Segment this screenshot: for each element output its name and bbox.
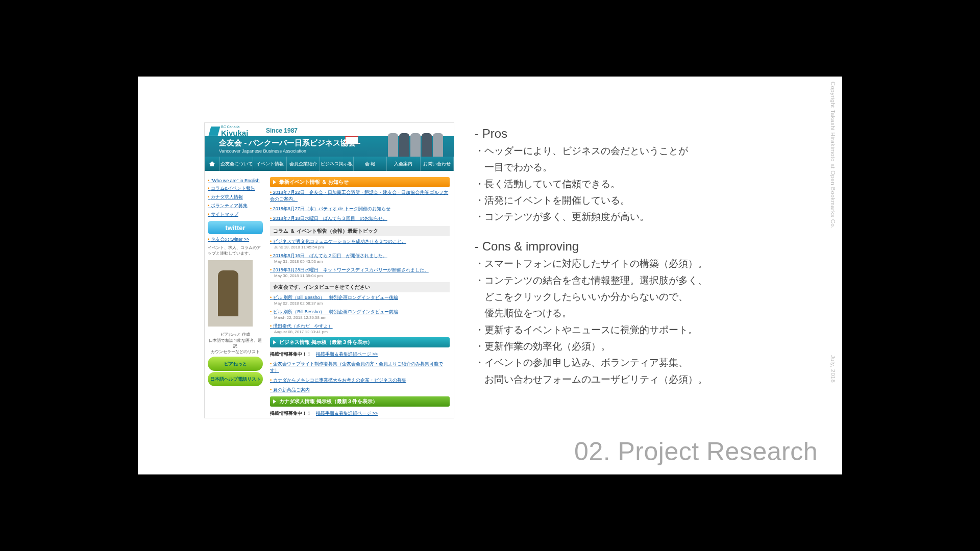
peer-desc: ピアねっと 作成 日本語で相談可能な医者、通訳 カウンセラーなどのリスト bbox=[208, 332, 263, 355]
list-item: 優先順位をつける。 bbox=[475, 305, 817, 321]
list-item: ・長く活動していて信頼できる。 bbox=[475, 176, 817, 192]
list-item: ・更新作業の効率化（必須）。 bbox=[475, 338, 817, 355]
nav-item[interactable]: イベント情報 bbox=[253, 157, 286, 171]
peer-button-2[interactable]: 日本語ヘルプ電話リスト bbox=[208, 372, 263, 386]
sidebar-link[interactable]: カナダ求人情報 bbox=[208, 194, 263, 201]
list-item: 一目でわかる。 bbox=[475, 159, 817, 176]
biz-header-bar: ビジネス情報 掲示板（最新３件を表示） bbox=[270, 337, 450, 347]
twitter-desc: イベント、求人、コラムのアップと連動しています。 bbox=[208, 245, 263, 256]
interview-date: August 08, 2017 12:33:41 pm bbox=[274, 330, 450, 334]
twitter-badge[interactable]: twitter bbox=[208, 221, 263, 234]
analysis-block: - Pros ・ヘッダーにより、ビジネスの会だということが 一目でわかる。 ・長… bbox=[475, 127, 817, 388]
list-item: ・コンテンツが多く、更新頻度が高い。 bbox=[475, 209, 817, 225]
logo-text: Kiyukai bbox=[221, 129, 248, 137]
list-item: ・スマートフォンに対応したサイトの構築（必須）。 bbox=[475, 256, 817, 272]
site-subtitle: Vancouver Japanese Business Association bbox=[219, 148, 306, 154]
interview-link[interactable]: ビル 別所（Bill Bessho） 特別企画ロングインタビュー後編 bbox=[270, 295, 398, 300]
website-screenshot: BC Canada Kiyukai Since 1987 企友会 - バンクーバ… bbox=[204, 122, 454, 418]
column-date: May 31, 2018 05:43:53 am bbox=[274, 259, 450, 264]
nav-home[interactable] bbox=[205, 157, 220, 171]
pros-heading: - Pros bbox=[475, 127, 817, 141]
pros-list: ・ヘッダーにより、ビジネスの会だということが 一目でわかる。 ・長く活動していて… bbox=[475, 143, 817, 225]
biz-detail-link[interactable]: 掲載手順＆募集詳細ページ >> bbox=[316, 352, 378, 357]
since-text: Since 1987 bbox=[266, 127, 298, 134]
nav-item[interactable]: 会 報 bbox=[354, 157, 387, 171]
slide-title: 02. Project Research bbox=[574, 437, 818, 466]
column-link[interactable]: 2018年3月28日水曜日 ネットワークスディスカバリーが開催されました。 bbox=[270, 267, 429, 272]
cons-heading: - Cons & improving bbox=[475, 239, 817, 254]
event-link[interactable]: 2018年7月18日水曜日 ぱんてら３回目 のお知らせ。 bbox=[270, 216, 387, 221]
list-item: ・更新するイベントやニュースに視覚的サポート。 bbox=[475, 322, 817, 338]
column-link[interactable]: 2018年5月16日 ぱんてら２回目 が開催されました。 bbox=[270, 253, 387, 258]
column-date: May 30, 2018 11:35:04 pm bbox=[274, 273, 450, 278]
sidebar-link[interactable]: サイトマップ bbox=[208, 211, 263, 218]
main-nav: 企友会について イベント情報 会員企業紹介 ビジネス掲示板 会 報 入会案内 お… bbox=[205, 157, 454, 171]
main-content: 最新イベント情報 ＆ お知らせ 2018年7月22日 企友会・日加商工会議所・懇… bbox=[266, 171, 454, 418]
column-date: June 18, 2018 11:45:54 pm bbox=[274, 245, 450, 249]
interview-subhead: 企友会です、インタビューさせてください bbox=[270, 282, 450, 292]
logo-sup: BC Canada bbox=[221, 125, 248, 129]
date-vertical: July, 2018 bbox=[830, 355, 836, 383]
list-item: ・活発にイベントを開催している。 bbox=[475, 192, 817, 209]
interview-date: May 02, 2018 02:58:37 am bbox=[274, 301, 450, 306]
slide: Copyright Takashi Hirakimoto at Open Boo… bbox=[138, 77, 842, 474]
sidebar-photo bbox=[208, 260, 253, 327]
column-link[interactable]: ビジネスで異文化コミュニケーションを成功させる３つのこと。 bbox=[270, 239, 406, 244]
list-item: ・コンテンツの結合を含む情報整理。選択肢が多く、 bbox=[475, 272, 817, 289]
biz-recruit-line: 掲載情報募集中！！ 掲載手順＆募集詳細ページ >> bbox=[270, 349, 450, 359]
site-title: 企友会 - バンクーバー日系ビジネス協会 - bbox=[219, 138, 361, 148]
nav-item[interactable]: 会員企業紹介 bbox=[287, 157, 320, 171]
job-recruit-line: 掲載情報募集中！！ 掲載手順＆募集詳細ページ >> bbox=[270, 409, 450, 418]
cons-list: ・スマートフォンに対応したサイトの構築（必須）。 ・コンテンツの結合を含む情報整… bbox=[475, 256, 817, 387]
list-item: どこをクリックしたらいいか分からないので、 bbox=[475, 289, 817, 305]
sidebar-link[interactable]: コラム&イベント報告 bbox=[208, 185, 263, 192]
peer-button[interactable]: ピアねっと bbox=[208, 357, 263, 371]
nav-item[interactable]: ビジネス掲示板 bbox=[320, 157, 353, 171]
biz-link[interactable]: 夏の新商品ご案内 bbox=[270, 387, 310, 392]
interview-date: March 22, 2018 12:36:58 am bbox=[274, 315, 450, 320]
nav-item[interactable]: 入会案内 bbox=[387, 157, 420, 171]
list-item: お問い合わせフォームのユーザビリティ（必須）。 bbox=[475, 371, 817, 388]
nav-item[interactable]: お問い合わせ bbox=[421, 157, 454, 171]
nav-item[interactable]: 企友会について bbox=[220, 157, 253, 171]
event-link[interactable]: 2018年7月22日 企友会・日加商工会議所・懇話会・建友会・日加協会共催 ゴル… bbox=[270, 190, 448, 202]
sidebar-link[interactable]: "Who we are" in English bbox=[208, 178, 263, 183]
job-detail-link[interactable]: 掲載手順＆募集詳細ページ >> bbox=[316, 411, 378, 416]
biz-link[interactable]: カナダからメキシコに事業拡大をお考えの企業・ビジネスの募集 bbox=[270, 378, 406, 383]
list-item: ・ヘッダーにより、ビジネスの会だということが bbox=[475, 143, 817, 159]
site-logo: BC Canada Kiyukai bbox=[210, 125, 248, 137]
interview-link[interactable]: 澤田泰代（さわだ やすよ） bbox=[270, 323, 333, 329]
twitter-link[interactable]: 企友会の twitter >> bbox=[208, 236, 263, 243]
copyright-vertical: Copyright Takashi Hirakimoto at Open Boo… bbox=[830, 82, 836, 229]
job-header-bar: カナダ求人情報 掲示板（最新３件を表示） bbox=[270, 396, 450, 407]
biz-link[interactable]: 企友会ウェブサイト制作者募集（企友会会員の方・会員よりご紹介のみ募集可能です） bbox=[270, 361, 443, 373]
site-header: BC Canada Kiyukai Since 1987 企友会 - バンクーバ… bbox=[205, 123, 454, 157]
sidebar: "Who we are" in English コラム&イベント報告 カナダ求人… bbox=[205, 171, 266, 418]
column-subhead: コラム ＆ イベント報告（会報）最新トピック bbox=[270, 226, 450, 236]
interview-link[interactable]: ビル 別所（Bill Bessho） 特別企画ロングインタビュー前編 bbox=[270, 309, 398, 314]
header-people-photo bbox=[377, 123, 454, 157]
sidebar-link[interactable]: ボランティア募集 bbox=[208, 203, 263, 209]
logo-mark-icon bbox=[209, 127, 220, 136]
list-item: ・イベントの参加申し込み、ボランティア募集、 bbox=[475, 355, 817, 371]
home-icon bbox=[209, 161, 215, 166]
events-header-bar: 最新イベント情報 ＆ お知らせ bbox=[270, 177, 450, 187]
event-link[interactable]: 2018年6月27日（水）パティオ de トーク開催のお知らせ bbox=[270, 206, 390, 211]
